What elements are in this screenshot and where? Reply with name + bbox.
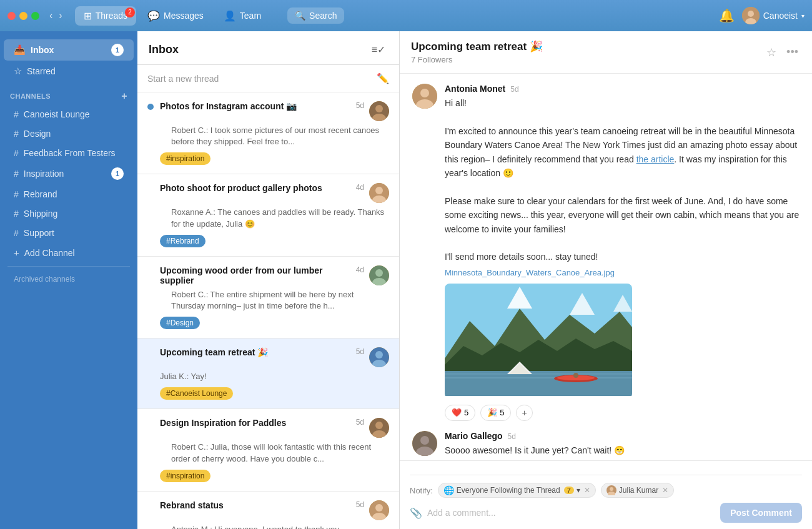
sidebar-item-shipping[interactable]: # Shipping	[4, 204, 134, 223]
party-count: 5	[500, 408, 504, 417]
thread-item-row: Photo shoot for product gallery photos 4…	[147, 183, 389, 247]
add-channel-label: Add Channel	[24, 248, 75, 258]
add-channel-icon[interactable]: +	[121, 91, 127, 102]
dropdown-icon: ▾	[577, 486, 580, 495]
search-bar[interactable]: 🔍 Search	[287, 7, 344, 24]
thread-content: Design Inspiration for Paddles 5d Robert…	[160, 418, 389, 482]
svg-point-39	[420, 436, 429, 445]
svg-point-37	[573, 373, 578, 378]
tab-team-label: Team	[240, 11, 261, 21]
thread-preview: Robert C.: The entire shipment will be h…	[171, 289, 389, 312]
thread-item[interactable]: Upcoming wood order from our lumber supp…	[137, 257, 399, 339]
sidebar-item-inspiration[interactable]: # Inspiration 1	[4, 163, 134, 184]
heart-count: 5	[464, 408, 468, 417]
sidebar-inbox-label: Inbox	[31, 45, 54, 55]
thread-item-row: Upcoming team retreat 🎉 5d Julia K.: Yay…	[147, 347, 389, 400]
thread-preview: Julia K.: Yay!	[160, 371, 389, 382]
thread-item-row: Design Inspiration for Paddles 5d Robert…	[147, 418, 389, 482]
thread-item-selected[interactable]: Upcoming team retreat 🎉 5d Julia K.: Yay…	[137, 339, 399, 409]
comment-input[interactable]	[427, 508, 715, 518]
detail-title-text: Upcoming team retreat 🎉	[411, 40, 543, 53]
svg-point-1	[748, 11, 754, 17]
main-content: 📥 Inbox 1 ☆ Starred Channels + # Canoeis…	[0, 31, 812, 529]
thread-tag: #Design	[160, 317, 200, 329]
back-button[interactable]: ‹	[47, 9, 55, 22]
maximize-button[interactable]	[31, 12, 39, 20]
message-time: 5d	[510, 85, 518, 94]
thread-footer: #Rebrand	[160, 235, 389, 247]
reaction-party[interactable]: 🎉 5	[480, 405, 511, 421]
sidebar-item-starred[interactable]: ☆ Starred	[4, 61, 134, 81]
thread-content: Photos for Instagram account 📷 5d Robert…	[160, 101, 389, 165]
thread-item-header: Design Inspiration for Paddles 5d	[160, 418, 389, 438]
thread-list-header: Inbox ≡✓	[137, 31, 399, 65]
thread-list-title: Inbox	[149, 43, 179, 56]
detail-header-actions: ☆ •••	[764, 43, 801, 62]
threads-badge: 2	[125, 7, 135, 17]
file-link[interactable]: Minnesota_Boundary_Waters_Canoe_Area.jpg	[445, 268, 800, 277]
nav-arrows: ‹ ›	[47, 9, 65, 22]
thread-avatar	[369, 418, 389, 438]
thread-item[interactable]: Rebrand status 5d Antonia M.: Hi everyon…	[137, 492, 399, 529]
new-thread-text: Start a new thread	[147, 74, 372, 84]
sidebar-channel-label: Canoeist Lounge	[24, 109, 90, 119]
sidebar-item-inbox[interactable]: 📥 Inbox 1	[4, 39, 134, 61]
detail-title: Upcoming team retreat 🎉	[411, 40, 543, 53]
post-comment-button[interactable]: Post Comment	[720, 503, 802, 523]
threads-icon: ⊞	[84, 10, 92, 22]
article-link[interactable]: the article	[636, 154, 675, 164]
titlebar-right: 🔔 Canoeist ▾	[719, 7, 805, 24]
sidebar-item-archived[interactable]: Archived channels	[4, 270, 134, 288]
avatar	[742, 7, 760, 24]
thread-item[interactable]: Design Inspiration for Paddles 5d Robert…	[137, 409, 399, 491]
sidebar-item-design[interactable]: # Design	[4, 124, 134, 143]
notify-julia-tag[interactable]: Julia Kumar ✕	[601, 483, 674, 498]
tab-messages[interactable]: 💬 Messages	[139, 6, 212, 26]
notification-bell-icon[interactable]: 🔔	[719, 8, 735, 23]
tab-team[interactable]: 👤 Team	[215, 6, 270, 26]
thread-items: Photos for Instagram account 📷 5d Robert…	[137, 92, 399, 529]
minimize-button[interactable]	[19, 12, 27, 20]
star-icon: ☆	[14, 66, 22, 77]
sidebar-item-canoeist-lounge[interactable]: # Canoeist Lounge	[4, 105, 134, 124]
search-label: Search	[309, 11, 337, 21]
thread-item[interactable]: Photos for Instagram account 📷 5d Robert…	[137, 92, 399, 174]
thread-title: Design Inspiration for Paddles	[160, 418, 351, 428]
notify-everyone-tag[interactable]: 🌐 Everyone Following the Thread 7 ▾ ✕	[438, 483, 596, 498]
thread-item-row: Upcoming wood order from our lumber supp…	[147, 265, 389, 329]
remove-julia-button[interactable]: ✕	[662, 486, 668, 495]
svg-point-7	[375, 187, 383, 194]
sidebar-item-rebrand[interactable]: # Rebrand	[4, 185, 134, 204]
add-reaction-button[interactable]: +	[516, 405, 532, 421]
forward-button[interactable]: ›	[56, 9, 64, 22]
thread-item[interactable]: Photo shoot for product gallery photos 4…	[137, 174, 399, 256]
new-thread-bar[interactable]: Start a new thread ✏️	[137, 65, 399, 92]
svg-point-19	[375, 504, 383, 512]
star-button[interactable]: ☆	[764, 43, 779, 62]
close-button[interactable]	[7, 12, 16, 20]
thread-avatar	[369, 101, 389, 121]
tab-threads[interactable]: ⊞ Threads 2	[75, 6, 136, 26]
sidebar-item-feedback[interactable]: # Feedback From Testers	[4, 144, 134, 162]
message-text: Hi all! I'm excited to announce this yea…	[445, 96, 800, 264]
julia-avatar-icon	[607, 485, 616, 495]
reaction-heart[interactable]: ❤️ 5	[445, 405, 475, 421]
attach-icon[interactable]: 📎	[410, 507, 422, 519]
thread-time: 5d	[356, 418, 364, 427]
filter-button[interactable]: ≡✓	[369, 41, 388, 58]
thread-title: Upcoming wood order from our lumber supp…	[160, 265, 351, 285]
sidebar-item-add-channel[interactable]: + Add Channel	[4, 243, 134, 262]
thread-tag: #Rebrand	[160, 235, 205, 247]
compose-divider	[410, 475, 802, 475]
sidebar-channel-label: Inspiration	[24, 169, 64, 179]
sidebar-item-support[interactable]: # Support	[4, 224, 134, 242]
detail-messages: Antonia Monet 5d Hi all! I'm excited to …	[400, 74, 812, 460]
sidebar-channel-label: Feedback From Testers	[24, 148, 116, 158]
remove-everyone-button[interactable]: ✕	[584, 486, 590, 495]
message-body: Antonia Monet 5d Hi all! I'm excited to …	[445, 84, 800, 421]
user-menu[interactable]: Canoeist ▾	[742, 7, 805, 24]
notify-label: Notify:	[410, 486, 433, 495]
message-text: Soooo awesome! Is it June yet? Can't wai…	[445, 443, 800, 457]
hash-icon: #	[14, 109, 19, 119]
more-options-button[interactable]: •••	[784, 43, 801, 62]
